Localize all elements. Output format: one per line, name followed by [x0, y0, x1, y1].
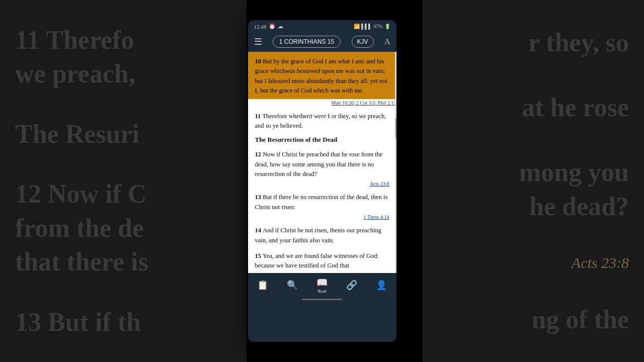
- verse-13: 13 But if there be no resurrection of th…: [248, 189, 396, 214]
- cloud-icon: ☁: [278, 23, 283, 30]
- menu-icon[interactable]: ☰: [254, 36, 262, 47]
- scrollbar[interactable]: [395, 52, 396, 273]
- font-settings-icon[interactable]: A: [384, 37, 390, 46]
- bg-acts-link: Acts 23:8: [438, 254, 629, 272]
- bg-text-right-2: at he rose: [438, 90, 629, 125]
- bg-text-right-1: r they, so: [438, 26, 629, 60]
- verse-14-italic2: is: [304, 237, 308, 244]
- bg-text-1: 11 Therefowe preach,: [15, 23, 231, 91]
- bg-text-right-3: mong youhe dead?: [438, 155, 629, 223]
- verse-13-text: But if there be no resurrection of the d…: [255, 194, 388, 210]
- bottom-nav: 📋 🔍 📖 Read 🔗 👤: [248, 273, 396, 297]
- verse-11: 11 Therefore whetherit were I or they, s…: [248, 108, 396, 133]
- bottom-nav-link[interactable]: 🔗: [346, 280, 357, 291]
- content-area: 10 But by the grace of God I am what I a…: [248, 52, 396, 273]
- search-icon: 🔍: [287, 280, 298, 291]
- verse-12-number: 12: [255, 151, 263, 158]
- chapter-label: 1 CORINTHIANS 15: [279, 38, 334, 45]
- verse-11-italic: it were: [309, 113, 326, 120]
- battery-display: 97%: [373, 24, 382, 29]
- wifi-icon: 📶: [354, 24, 360, 29]
- profile-icon: 👤: [376, 280, 387, 291]
- verse-13-number: 13: [255, 194, 263, 201]
- status-indicators: 📶 ▌▌▌ 97% 🔋: [354, 24, 390, 29]
- signal-icon: ▌▌▌: [361, 24, 372, 29]
- verse-10-number: 10: [255, 58, 263, 65]
- verse-14-text-after: also vain.: [308, 237, 334, 244]
- time-display: 12:48: [254, 24, 267, 30]
- bottom-nav-list[interactable]: 📋: [257, 280, 268, 291]
- verse-14-italic1: is: [341, 227, 345, 234]
- phone-frame: 12:48 ⏰ ☁ 📶 ▌▌▌ 97% 🔋 ☰ 1 CORINTHIANS 15…: [248, 20, 396, 342]
- home-bar: [302, 299, 342, 300]
- verse-14-number: 14: [255, 227, 263, 234]
- home-indicator: [248, 297, 396, 303]
- verse-12-ref[interactable]: Acts 23:8: [248, 181, 396, 189]
- verse-15-text: Yea, and we are found false witnesses of…: [255, 252, 379, 269]
- scrollbar-thumb[interactable]: [395, 118, 396, 138]
- bottom-nav-search[interactable]: 🔍: [287, 280, 298, 291]
- read-icon: 📖: [316, 277, 328, 288]
- background-right: r they, so at he rose mong youhe dead? A…: [423, 0, 644, 362]
- verse-10-highlight[interactable]: 10 But by the grace of God I am what I a…: [248, 52, 396, 99]
- background-left: 11 Therefowe preach, The Resuri 12 Now i…: [0, 0, 247, 362]
- battery-icon: 🔋: [384, 24, 390, 29]
- verse-15: 15 Yea, and we are found false witnesses…: [248, 247, 396, 273]
- chapter-selector[interactable]: 1 CORINTHIANS 15: [273, 36, 341, 48]
- bg-text-4: 13 But if th: [15, 305, 231, 339]
- verse-14: 14 And if Christ be not risen, thenis ou…: [248, 222, 396, 247]
- alarm-icon: ⏰: [269, 23, 276, 30]
- verse-15-number: 15: [255, 252, 263, 259]
- status-time: 12:48 ⏰ ☁: [254, 23, 283, 30]
- verse-14-text-before: And if Christ be not risen, then: [263, 227, 341, 234]
- bg-text-3: 12 Now if Cfrom the dethat there is: [15, 177, 231, 279]
- verse-13-ref[interactable]: 1 Thess 4:14: [248, 214, 396, 222]
- version-selector[interactable]: KJV: [352, 36, 374, 48]
- bg-text-right-4: ng of the: [438, 303, 629, 337]
- link-icon: 🔗: [346, 280, 357, 291]
- verse-10-italic: was bestowed: [285, 67, 320, 74]
- verse-12: 12 Now if Christ be preached that he ros…: [248, 146, 396, 181]
- bg-text-2: The Resuri: [15, 117, 231, 151]
- nav-bar: ☰ 1 CORINTHIANS 15 KJV A: [248, 33, 396, 52]
- verse-11-text-before: Therefore whether: [262, 113, 309, 120]
- verse-10-refs[interactable]: Matt 10:20; 2 Cor 3:5; Phil 2:13: [248, 99, 396, 108]
- bottom-nav-profile[interactable]: 👤: [376, 280, 387, 291]
- list-icon: 📋: [257, 280, 268, 291]
- bottom-nav-read[interactable]: 📖 Read: [316, 277, 328, 294]
- verse-11-number: 11: [255, 113, 263, 120]
- version-label: KJV: [357, 38, 368, 45]
- section-heading-resurrection: The Resurrection of the Dead: [248, 133, 396, 146]
- status-bar: 12:48 ⏰ ☁ 📶 ▌▌▌ 97% 🔋: [248, 20, 396, 33]
- verse-12-text: Now if Christ be preached that he rose f…: [255, 151, 383, 177]
- read-label: Read: [318, 289, 326, 294]
